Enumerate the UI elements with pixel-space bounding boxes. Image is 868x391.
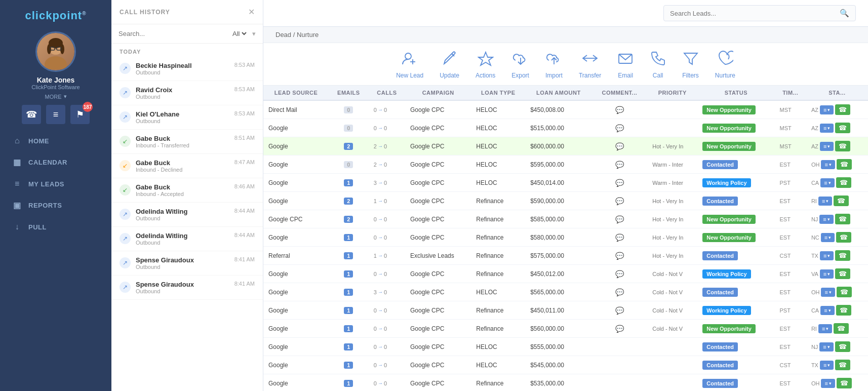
call-history-filter-select[interactable]: All: [230, 29, 248, 38]
quick-call-button[interactable]: ☎: [835, 141, 850, 151]
status-cell[interactable]: Contacted: [697, 192, 774, 210]
action-dropdown-button[interactable]: ≡▾: [820, 361, 834, 370]
status-cell[interactable]: Contacted: [697, 374, 774, 392]
toolbar-actions[interactable]: Actions: [476, 50, 495, 79]
status-cell[interactable]: Contacted: [697, 338, 774, 356]
toolbar-email[interactable]: Email: [617, 50, 634, 79]
status-cell[interactable]: Working Policy: [697, 174, 774, 192]
status-badge[interactable]: New Opportunity: [702, 215, 756, 224]
action-dropdown-button[interactable]: ≡▾: [819, 342, 833, 351]
comment-cell[interactable]: 💬: [592, 100, 648, 119]
status-cell[interactable]: Working Policy: [697, 265, 774, 283]
status-badge[interactable]: New Opportunity: [702, 105, 756, 114]
toolbar-export[interactable]: Export: [511, 50, 529, 79]
action-dropdown-button[interactable]: ≡▾: [820, 251, 834, 260]
quick-call-button[interactable]: ☎: [836, 177, 851, 188]
emails-cell[interactable]: 0: [329, 119, 369, 137]
sidebar-item-calendar[interactable]: ▦ CALENDAR: [0, 151, 111, 173]
toolbar-import[interactable]: Import: [545, 50, 563, 79]
emails-cell[interactable]: 1: [329, 301, 369, 320]
quick-call-button[interactable]: ☎: [836, 305, 851, 316]
emails-cell[interactable]: 1: [329, 265, 369, 283]
quick-call-button[interactable]: ☎: [837, 378, 852, 388]
comment-cell[interactable]: [592, 338, 648, 356]
status-badge[interactable]: Contacted: [702, 197, 738, 206]
action-dropdown-button[interactable]: ≡▾: [821, 288, 835, 297]
call-history-item[interactable]: ↙ Gabe Buck Inbound - Transferred 8:51 A…: [111, 130, 263, 154]
call-history-item[interactable]: ↗ Odelinda Witling Outbound 8:44 AM: [111, 203, 263, 227]
status-badge[interactable]: Contacted: [702, 160, 738, 169]
emails-cell[interactable]: 1: [329, 228, 369, 247]
comment-cell[interactable]: [592, 356, 648, 374]
emails-cell[interactable]: 0: [329, 155, 369, 174]
toolbar-filters[interactable]: Filters: [682, 50, 699, 79]
quick-call-button[interactable]: ☎: [835, 214, 850, 224]
action-dropdown-button[interactable]: ≡▾: [820, 105, 834, 114]
quick-call-button[interactable]: ☎: [834, 323, 849, 334]
emails-cell[interactable]: 2: [329, 192, 369, 210]
sidebar-item-home[interactable]: ⌂ HOME: [0, 130, 111, 151]
emails-cell[interactable]: 2: [329, 137, 369, 155]
action-dropdown-button[interactable]: ≡▾: [821, 233, 835, 242]
comment-cell[interactable]: 💬: [592, 192, 648, 210]
status-badge[interactable]: Working Policy: [702, 178, 751, 187]
status-badge[interactable]: Working Policy: [702, 269, 751, 279]
quick-call-button[interactable]: ☎: [835, 360, 850, 370]
quick-call-button[interactable]: ☎: [835, 123, 850, 133]
action-dropdown-button[interactable]: ≡▾: [820, 178, 834, 187]
action-dropdown-button[interactable]: ≡▾: [821, 379, 835, 388]
status-badge[interactable]: New Opportunity: [702, 142, 756, 151]
status-badge[interactable]: Working Policy: [702, 306, 751, 315]
comment-cell[interactable]: 💬: [592, 247, 648, 265]
emails-cell[interactable]: 2: [329, 210, 369, 228]
call-history-item[interactable]: ↗ Ravid Croix Outbound 8:53 AM: [111, 81, 263, 105]
emails-cell[interactable]: 1: [329, 338, 369, 356]
emails-cell[interactable]: 1: [329, 174, 369, 192]
comment-cell[interactable]: 💬: [592, 265, 648, 283]
status-badge[interactable]: Contacted: [702, 251, 738, 260]
status-badge[interactable]: Contacted: [702, 361, 738, 370]
status-badge[interactable]: New Opportunity: [702, 124, 756, 133]
sidebar-item-reports[interactable]: ▣ REPORTS: [0, 194, 111, 216]
emails-cell[interactable]: 0: [329, 100, 369, 119]
emails-cell[interactable]: 1: [329, 283, 369, 301]
action-dropdown-button[interactable]: ≡▾: [818, 197, 832, 206]
comment-cell[interactable]: 💬: [592, 155, 648, 174]
toolbar-update[interactable]: Update: [440, 50, 459, 79]
toolbar-transfer[interactable]: Transfer: [579, 50, 601, 79]
comment-cell[interactable]: 💬: [592, 283, 648, 301]
call-history-item[interactable]: ↗ Kiel O'Lehane Outbound 8:53 AM: [111, 105, 263, 130]
action-dropdown-button[interactable]: ≡▾: [818, 324, 832, 333]
quick-call-button[interactable]: ☎: [835, 341, 850, 352]
status-cell[interactable]: Contacted: [697, 283, 774, 301]
comment-cell[interactable]: 💬: [592, 137, 648, 155]
menu-icon-button[interactable]: ≡: [46, 105, 65, 124]
toolbar-new-lead[interactable]: New Lead: [396, 50, 423, 79]
call-history-item[interactable]: ↗ Beckie Haspineall Outbound 8:53 AM: [111, 57, 263, 81]
quick-call-button[interactable]: ☎: [834, 196, 849, 206]
comment-cell[interactable]: 💬: [592, 210, 648, 228]
toolbar-call[interactable]: Call: [650, 50, 666, 79]
call-history-item[interactable]: ↗ Spense Giraudoux Outbound 8:41 AM: [111, 251, 263, 276]
phone-icon-button[interactable]: ☎: [22, 105, 41, 124]
action-dropdown-button[interactable]: ≡▾: [820, 124, 834, 133]
action-dropdown-button[interactable]: ≡▾: [821, 160, 835, 169]
status-cell[interactable]: New Opportunity: [697, 228, 774, 247]
comment-cell[interactable]: 💬: [592, 228, 648, 247]
quick-call-button[interactable]: ☎: [835, 104, 850, 115]
call-history-item[interactable]: ↗ Spense Giraudoux Outbound 8:41 AM: [111, 276, 263, 300]
close-icon[interactable]: ✕: [248, 7, 255, 17]
search-leads-input[interactable]: [670, 10, 840, 17]
action-dropdown-button[interactable]: ≡▾: [820, 269, 834, 279]
status-cell[interactable]: New Opportunity: [697, 119, 774, 137]
emails-cell[interactable]: 1: [329, 356, 369, 374]
more-button[interactable]: MORE ▾: [45, 93, 67, 100]
status-cell[interactable]: Contacted: [697, 247, 774, 265]
quick-call-button[interactable]: ☎: [835, 268, 850, 279]
action-dropdown-button[interactable]: ≡▾: [819, 215, 833, 224]
call-history-search-input[interactable]: [119, 30, 226, 37]
comment-cell[interactable]: 💬: [592, 174, 648, 192]
status-badge[interactable]: Contacted: [702, 342, 738, 351]
comment-cell[interactable]: 💬: [592, 119, 648, 137]
toolbar-nurture[interactable]: Nurture: [715, 50, 735, 79]
